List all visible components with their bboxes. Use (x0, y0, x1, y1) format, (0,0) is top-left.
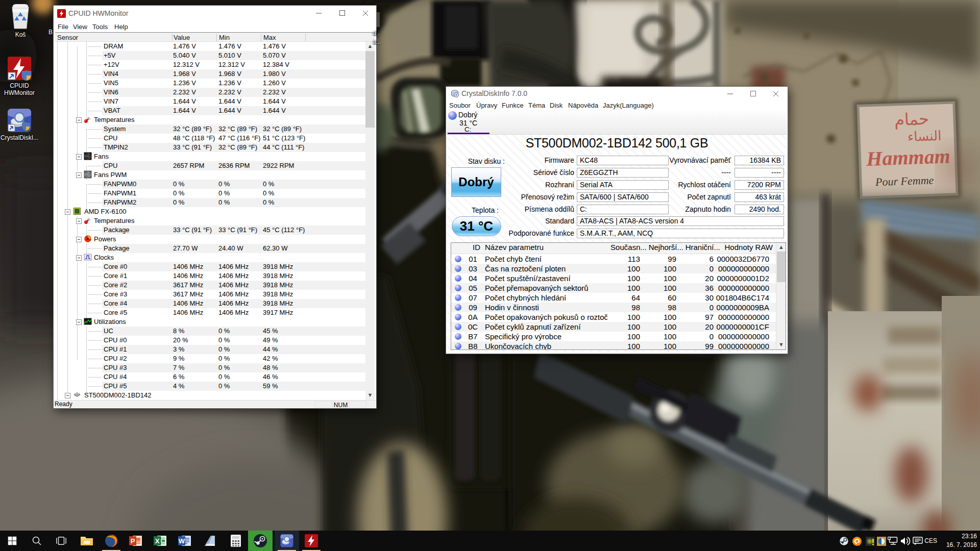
svg-text:P: P (131, 537, 135, 545)
svg-text:النساء: النساء (908, 129, 942, 144)
svg-text:حمام: حمام (894, 110, 929, 130)
svg-text:Hammam: Hammam (866, 144, 951, 170)
svg-text:X: X (155, 537, 160, 545)
svg-text:Pour Femme: Pour Femme (875, 173, 934, 188)
svg-text:W: W (179, 537, 185, 545)
